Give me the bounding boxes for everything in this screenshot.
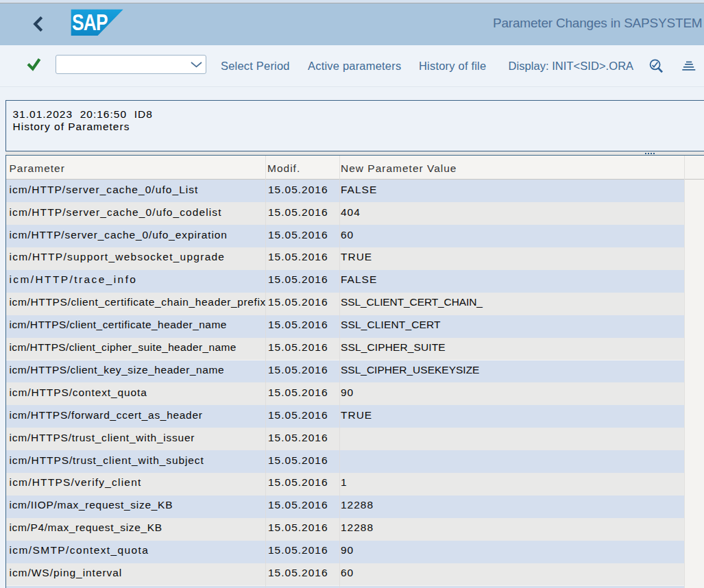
svg-text:SAP: SAP xyxy=(72,10,108,35)
